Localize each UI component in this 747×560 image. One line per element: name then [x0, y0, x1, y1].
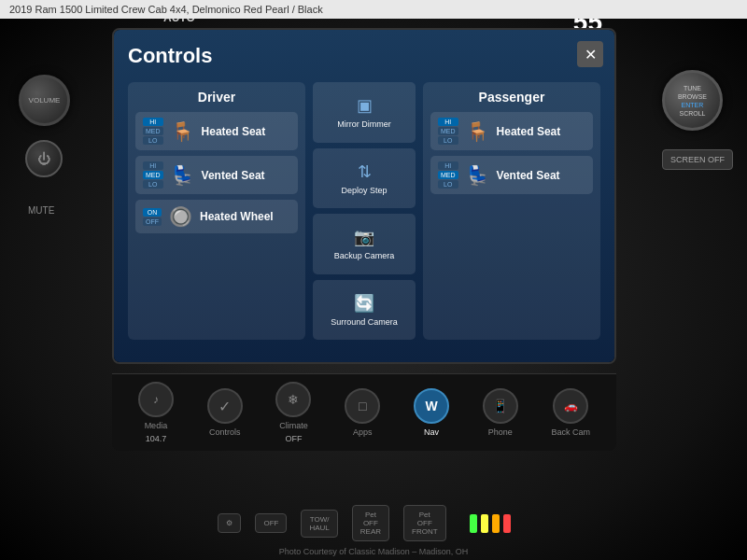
- color-btn-red: [503, 514, 511, 533]
- wheel-on-btn[interactable]: ON: [143, 208, 162, 217]
- backup-camera-btn[interactable]: 📷 Backup Camera: [313, 214, 416, 274]
- nav-item-media[interactable]: ♪ Media 104.7: [138, 382, 174, 443]
- passenger-vented-seat-label: Vented Seat: [497, 169, 560, 182]
- color-btn-yellow: [481, 514, 488, 533]
- nav-item-back-cam[interactable]: 🚗 Back Cam: [552, 388, 591, 437]
- photo-area: 2019 Ram 1500 Limited Crew Cab 4x4, Delm…: [0, 0, 747, 560]
- settings-button[interactable]: ⚙: [218, 513, 241, 533]
- volume-knob[interactable]: VOLUME: [19, 75, 70, 126]
- color-buttons: [470, 514, 511, 533]
- page-title: 2019 Ram 1500 Limited Crew Cab 4x4, Delm…: [9, 4, 323, 15]
- apps-label: Apps: [353, 427, 373, 437]
- media-icon: ♪: [138, 382, 174, 417]
- tow-haul-button[interactable]: TOW/HAUL: [301, 510, 337, 538]
- pass-vent-hi-btn[interactable]: HI: [438, 161, 458, 170]
- driver-header: Driver: [135, 90, 298, 105]
- pet-off-rear-button[interactable]: PetOFFREAR: [352, 505, 389, 541]
- passenger-heated-seat-icon: 🪑: [466, 120, 489, 143]
- passenger-vented-seat-row[interactable]: HI MED LO 💺 Vented Seat: [430, 156, 593, 194]
- vent-hi-btn[interactable]: HI: [143, 161, 163, 170]
- screen-off-button[interactable]: SCREEN OFF: [662, 149, 733, 170]
- pass-vent-lo-btn[interactable]: LO: [438, 180, 458, 189]
- pass-lo-btn[interactable]: LO: [438, 136, 458, 145]
- volume-label: VOLUME: [29, 96, 61, 105]
- nav-icon: W: [414, 388, 449, 424]
- climate-icon: ❄: [275, 382, 311, 417]
- deploy-step-label: Deploy Step: [341, 186, 387, 195]
- nav-item-phone[interactable]: 📱 Phone: [483, 388, 518, 437]
- media-label: Media: [145, 421, 168, 430]
- mirror-dimmer-icon: ▣: [357, 95, 373, 116]
- tune-knob[interactable]: TUNE BROWSE ENTER SCROLL: [662, 70, 723, 131]
- apps-icon: □: [345, 388, 380, 424]
- nav-bar: ♪ Media 104.7 ✓ Controls ❄ Climate OFF □…: [112, 373, 616, 451]
- passenger-heated-seat-label: Heated Seat: [497, 125, 561, 138]
- color-btn-orange: [492, 514, 500, 533]
- controls-grid: Driver HI MED LO 🪑 Heated Seat: [128, 82, 600, 340]
- heated-seat-icon: 🪑: [171, 120, 194, 143]
- tune-label: TUNE: [684, 85, 701, 91]
- pass-med-btn[interactable]: MED: [438, 127, 458, 135]
- driver-heated-seat-levels: HI MED LO: [143, 118, 163, 145]
- driver-heated-seat-row[interactable]: HI MED LO 🪑 Heated Seat: [135, 112, 298, 150]
- lo-btn[interactable]: LO: [143, 136, 163, 145]
- volume-knob-area: VOLUME ⏻ MUTE: [19, 75, 70, 216]
- passenger-column: Passenger HI MED LO 🪑 Heated Seat: [423, 82, 600, 340]
- deploy-step-btn[interactable]: ⇅ Deploy Step: [313, 148, 416, 209]
- color-btn-green: [470, 514, 477, 533]
- mirror-dimmer-label: Mirror Dimmer: [337, 119, 391, 129]
- middle-column: ▣ Mirror Dimmer ⇅ Deploy Step 📷 Backup C…: [313, 82, 416, 340]
- vented-seat-label: Vented Seat: [202, 169, 265, 182]
- heated-wheel-label: Heated Wheel: [200, 210, 274, 223]
- nav-label: Nav: [424, 427, 439, 437]
- title-bar: 2019 Ram 1500 Limited Crew Cab 4x4, Delm…: [0, 0, 747, 19]
- vent-lo-btn[interactable]: LO: [143, 180, 163, 189]
- controls-label: Controls: [209, 427, 241, 437]
- vent-med-btn[interactable]: MED: [143, 171, 163, 179]
- back-cam-icon: 🚗: [553, 388, 588, 424]
- mute-label: MUTE: [28, 205, 70, 216]
- climate-value: OFF: [285, 434, 302, 443]
- backup-camera-label: Backup Camera: [334, 251, 395, 260]
- heated-wheel-icon: 🔘: [169, 205, 192, 228]
- close-button[interactable]: ✕: [577, 41, 603, 67]
- surround-camera-icon: 🔄: [354, 293, 374, 314]
- panel-title: Controls: [128, 44, 600, 68]
- driver-column: Driver HI MED LO 🪑 Heated Seat: [128, 82, 305, 340]
- media-value: 104.7: [146, 434, 167, 443]
- controls-icon: ✓: [207, 388, 243, 424]
- power-button[interactable]: ⏻: [25, 140, 63, 177]
- passenger-heated-seat-row[interactable]: HI MED LO 🪑 Heated Seat: [430, 112, 593, 150]
- surround-camera-btn[interactable]: 🔄 Surround Camera: [313, 280, 416, 341]
- scroll-label: SCROLL: [679, 110, 705, 117]
- phone-label: Phone: [488, 427, 513, 437]
- nav-item-nav[interactable]: W Nav: [414, 388, 449, 437]
- driver-vented-seat-row[interactable]: HI MED LO 💺 Vented Seat: [135, 156, 298, 194]
- back-cam-label: Back Cam: [552, 427, 591, 437]
- med-btn[interactable]: MED: [143, 127, 163, 135]
- off-button[interactable]: OFF: [255, 513, 287, 533]
- nav-item-controls[interactable]: ✓ Controls: [207, 388, 243, 437]
- passenger-header: Passenger: [430, 90, 593, 105]
- main-screen: Controls ✕ Driver HI MED LO 🪑 Heated Sea…: [112, 28, 616, 364]
- surround-camera-label: Surround Camera: [331, 317, 398, 327]
- pass-hi-btn[interactable]: HI: [438, 118, 458, 126]
- pass-vent-med-btn[interactable]: MED: [438, 171, 458, 179]
- driver-heated-wheel-row[interactable]: ON OFF 🔘 Heated Wheel: [135, 200, 298, 233]
- enter-label: ENTER: [682, 102, 704, 108]
- passenger-vented-seat-levels: HI MED LO: [438, 161, 458, 189]
- deploy-step-icon: ⇅: [358, 161, 372, 182]
- browse-label: BROWSE: [678, 93, 707, 100]
- heated-seat-label: Heated Seat: [202, 125, 266, 138]
- mirror-dimmer-btn[interactable]: ▣ Mirror Dimmer: [313, 82, 416, 143]
- driver-heated-wheel-btns: ON OFF: [143, 208, 162, 226]
- nav-item-climate[interactable]: ❄ Climate OFF: [275, 382, 311, 443]
- phone-icon: 📱: [483, 388, 518, 424]
- vented-seat-icon: 💺: [171, 164, 194, 187]
- nav-item-apps[interactable]: □ Apps: [345, 388, 380, 437]
- tune-knob-area: TUNE BROWSE ENTER SCROLL SCREEN OFF: [662, 70, 733, 170]
- wheel-off-btn[interactable]: OFF: [143, 217, 162, 226]
- pet-off-front-button[interactable]: PetOFFFRONT: [403, 505, 446, 541]
- passenger-vented-seat-icon: 💺: [466, 164, 489, 187]
- hi-btn[interactable]: HI: [143, 118, 163, 126]
